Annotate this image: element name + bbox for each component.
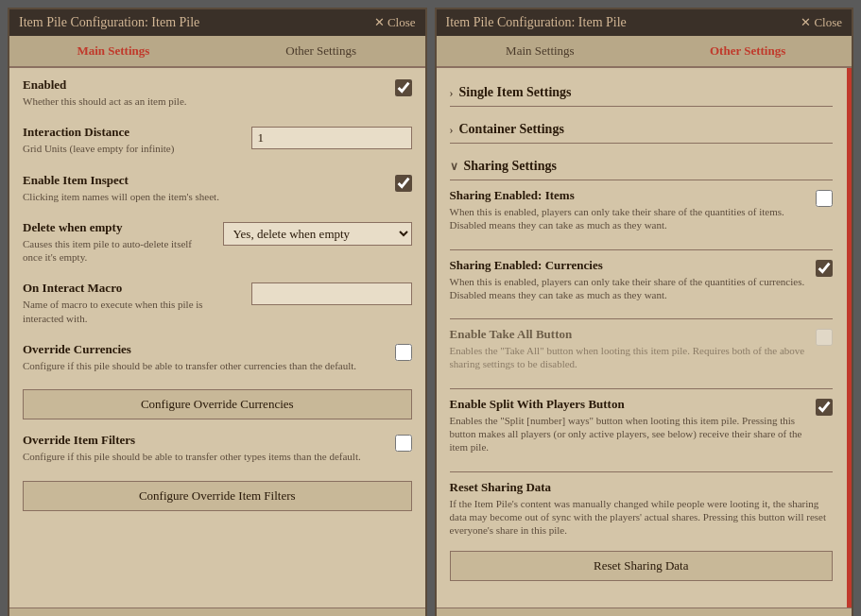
divider-3 bbox=[450, 388, 834, 389]
divider-2 bbox=[450, 318, 834, 319]
sharing-currencies-setting: Sharing Enabled: Currencies When this is… bbox=[450, 258, 834, 306]
right-tabs: Main Settings Other Settings bbox=[437, 36, 852, 68]
container-section: › Container Settings bbox=[450, 114, 834, 144]
delete-when-empty-label: Delete when empty bbox=[23, 220, 214, 235]
on-interact-macro-setting: On Interact Macro Name of macro to execu… bbox=[23, 281, 412, 329]
right-panel: Item Pile Configuration: Item Pile ✕ Clo… bbox=[435, 8, 854, 616]
sharing-section: ∨ Sharing Settings Sharing Enabled: Item… bbox=[450, 151, 834, 594]
item-inspect-desc: Clicking item names will open the item's… bbox=[23, 190, 386, 203]
take-all-setting: Enable Take All Button Enables the "Take… bbox=[450, 327, 834, 375]
split-button-checkbox[interactable] bbox=[816, 399, 833, 416]
interaction-distance-setting: Interaction Distance Grid Units (leave e… bbox=[23, 125, 412, 159]
interaction-distance-input[interactable] bbox=[251, 127, 412, 149]
container-header[interactable]: › Container Settings bbox=[450, 114, 834, 144]
delete-when-empty-setting: Delete when empty Causes this item pile … bbox=[23, 220, 412, 268]
override-currencies-desc: Configure if this pile should be able to… bbox=[23, 359, 386, 372]
container-arrow: › bbox=[450, 123, 454, 137]
override-currencies-label: Override Currencies bbox=[23, 342, 386, 357]
right-panel-title: Item Pile Configuration: Item Pile bbox=[446, 15, 627, 30]
sharing-items-desc: When this is enabled, players can only t… bbox=[450, 205, 807, 232]
split-button-setting: Enable Split With Players Button Enables… bbox=[450, 397, 834, 458]
override-item-filters-label: Override Item Filters bbox=[23, 433, 386, 448]
override-item-filters-checkbox[interactable] bbox=[395, 435, 412, 452]
item-inspect-setting: Enable Item Inspect Clicking item names … bbox=[23, 173, 412, 207]
sharing-header[interactable]: ∨ Sharing Settings bbox=[450, 151, 834, 180]
container-label: Container Settings bbox=[459, 122, 564, 137]
right-panel-body: › Single Item Settings › Container Setti… bbox=[437, 68, 852, 607]
enabled-label: Enabled bbox=[23, 77, 386, 93]
override-item-filters-setting: Override Item Filters Configure if this … bbox=[23, 433, 412, 467]
item-inspect-checkbox[interactable] bbox=[395, 175, 412, 192]
left-panel-body: Enabled Whether this should act as an it… bbox=[9, 68, 425, 607]
single-item-section: › Single Item Settings bbox=[450, 77, 834, 107]
left-panel: Item Pile Configuration: Item Pile ✕ Clo… bbox=[8, 8, 427, 616]
delete-when-empty-desc: Causes this item pile to auto-delete its… bbox=[23, 237, 214, 265]
override-currencies-checkbox[interactable] bbox=[395, 344, 412, 361]
scrollbar-indicator bbox=[847, 68, 852, 607]
item-inspect-label: Enable Item Inspect bbox=[23, 173, 386, 188]
sharing-currencies-checkbox[interactable] bbox=[816, 260, 833, 277]
left-tab-other[interactable]: Other Settings bbox=[217, 36, 425, 66]
divider-1 bbox=[450, 249, 834, 250]
single-item-label: Single Item Settings bbox=[459, 85, 572, 100]
sharing-items-setting: Sharing Enabled: Items When this is enab… bbox=[450, 188, 834, 236]
right-tab-main[interactable]: Main Settings bbox=[437, 36, 645, 66]
right-tab-other[interactable]: Other Settings bbox=[644, 36, 852, 66]
on-interact-macro-input[interactable] bbox=[251, 282, 412, 305]
sharing-currencies-label: Sharing Enabled: Currencies bbox=[450, 258, 807, 273]
divider-4 bbox=[450, 471, 834, 472]
interaction-distance-desc: Grid Units (leave empty for infinite) bbox=[23, 142, 242, 155]
override-currencies-setting: Override Currencies Configure if this pi… bbox=[23, 342, 412, 376]
reset-sharing-label: Reset Sharing Data bbox=[450, 480, 834, 495]
right-panel-footer: 💾 Update Item Pile bbox=[437, 607, 852, 616]
left-panel-title: Item Pile Configuration: Item Pile bbox=[19, 15, 199, 30]
configure-item-filters-button[interactable]: Configure Override Item Filters bbox=[23, 481, 412, 511]
take-all-checkbox[interactable] bbox=[816, 329, 833, 346]
split-button-label: Enable Split With Players Button bbox=[450, 397, 807, 412]
reset-sharing-data-button[interactable]: Reset Sharing Data bbox=[450, 551, 834, 581]
left-panel-footer: 💾 Update Item Pile bbox=[9, 607, 425, 616]
override-item-filters-desc: Configure if this pile should be able to… bbox=[23, 450, 386, 463]
delete-when-empty-select[interactable]: Yes, delete when empty No, keep when emp… bbox=[223, 222, 412, 246]
left-tabs: Main Settings Other Settings bbox=[9, 36, 425, 68]
sharing-currencies-desc: When this is enabled, players can only t… bbox=[450, 275, 807, 302]
sharing-arrow: ∨ bbox=[450, 160, 458, 174]
single-item-header[interactable]: › Single Item Settings bbox=[450, 77, 834, 107]
sharing-label: Sharing Settings bbox=[464, 159, 557, 174]
enabled-desc: Whether this should act as an item pile. bbox=[23, 94, 386, 108]
right-panel-header: Item Pile Configuration: Item Pile ✕ Clo… bbox=[437, 9, 852, 36]
single-item-arrow: › bbox=[450, 86, 454, 100]
on-interact-macro-label: On Interact Macro bbox=[23, 281, 242, 296]
left-close-button[interactable]: ✕ Close bbox=[374, 15, 416, 30]
reset-sharing-setting: Reset Sharing Data If the Item Pile's co… bbox=[450, 480, 834, 538]
sharing-items-label: Sharing Enabled: Items bbox=[450, 188, 807, 203]
right-close-button[interactable]: ✕ Close bbox=[801, 15, 842, 30]
left-panel-header: Item Pile Configuration: Item Pile ✕ Clo… bbox=[9, 9, 425, 36]
split-button-desc: Enables the "Split [number] ways" button… bbox=[450, 414, 807, 454]
interaction-distance-label: Interaction Distance bbox=[23, 125, 242, 140]
left-tab-main[interactable]: Main Settings bbox=[9, 36, 217, 66]
take-all-desc: Enables the "Take All" button when looti… bbox=[450, 344, 807, 371]
configure-currencies-button[interactable]: Configure Override Currencies bbox=[23, 389, 412, 419]
on-interact-macro-desc: Name of macro to execute when this pile … bbox=[23, 298, 242, 325]
enabled-checkbox[interactable] bbox=[395, 79, 412, 96]
reset-sharing-desc: If the Item Pile's content was manually … bbox=[450, 497, 834, 538]
take-all-label: Enable Take All Button bbox=[450, 327, 807, 342]
enabled-setting: Enabled Whether this should act as an it… bbox=[23, 77, 412, 111]
sharing-items-checkbox[interactable] bbox=[816, 190, 833, 207]
